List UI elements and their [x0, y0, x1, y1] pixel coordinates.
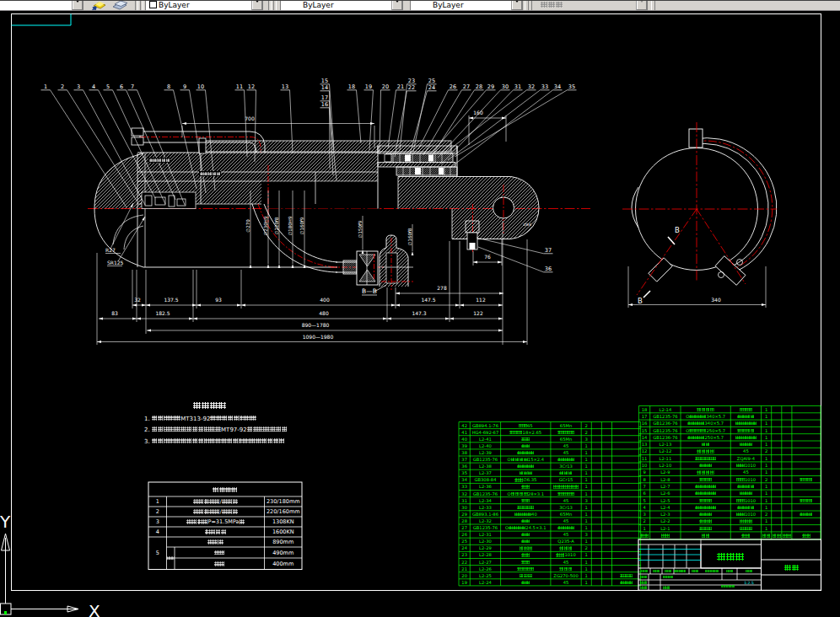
bom-cell: [501, 559, 551, 566]
toolbar-separator: [651, 0, 655, 11]
radius-dimension: SR125: [107, 260, 124, 266]
technical-requirements: 1. MT313-922. MT97-923.: [144, 401, 330, 445]
bom-cell: 29: [459, 511, 470, 518]
bom-cell: [551, 491, 581, 497]
bom-cell: 65: [501, 422, 551, 429]
bom-cell: L2-14: [650, 406, 681, 413]
bom-cell: [681, 504, 730, 511]
bom-cell: 1: [762, 455, 772, 462]
callout-number: 31: [514, 83, 521, 90]
callout-number: 1: [44, 83, 47, 90]
bom-cell: [601, 524, 611, 531]
bom-cell: [681, 483, 730, 490]
bom-cell: 45: [730, 469, 761, 475]
bom-cell: GB893.1-86: [470, 511, 500, 518]
plotstyle-control-combo[interactable]: [531, 0, 648, 11]
bom-cell: [501, 545, 551, 551]
bom-cell: [782, 476, 792, 483]
bom-cell: [772, 525, 782, 532]
bom-cell: 1: [581, 443, 591, 449]
callout-number: 21: [397, 83, 404, 90]
bom-cell: 1010: [730, 496, 761, 503]
callout-number: 11: [236, 83, 243, 90]
bom-cell: [612, 545, 641, 551]
ucs-y-label: Y: [0, 512, 11, 532]
bom-cell: 1: [581, 518, 591, 524]
tech-table-cell: 230/180mm: [265, 496, 303, 507]
bom-cell: [612, 456, 641, 463]
callout-number: 15: [321, 78, 328, 84]
bom-cell: 65Mn: [551, 422, 581, 429]
bom-cell: [551, 469, 581, 476]
bom-cell: L2-13: [650, 441, 681, 448]
bom-cell: [792, 420, 821, 427]
color-control-combo[interactable]: ByLayer: [145, 0, 263, 11]
make-object-layer-current-button[interactable]: [87, 0, 109, 11]
bom-cell: 31: [459, 497, 470, 504]
tech-table-cell: 3: [148, 517, 167, 527]
bom-cell: [501, 538, 551, 545]
bom-cell: [681, 490, 730, 496]
bom-header-cell: [638, 532, 649, 539]
bom-cell: [792, 406, 821, 413]
bom-cell: 1010: [730, 462, 761, 469]
tech-table-title: [148, 482, 302, 496]
bom-cell: [730, 427, 761, 433]
lineweight-combo-dropdown-icon[interactable]: [511, 0, 522, 10]
bom-cell: 36: [459, 463, 470, 469]
ucs-icon: Y X: [0, 512, 100, 617]
top-lug: [689, 129, 703, 148]
bom-cell: [601, 497, 611, 504]
bom-cell: 45: [551, 518, 581, 524]
bom-cell: [601, 518, 611, 524]
bom-cell: 39: [459, 443, 470, 449]
bom-cell: 5: [638, 496, 649, 503]
bom-cell: 13: [638, 441, 649, 448]
linetype-control-combo[interactable]: ByLayer: [280, 0, 403, 11]
callout-number: 30: [502, 83, 509, 90]
bom-cell: [601, 559, 611, 566]
linetype-combo-dropdown-icon[interactable]: [391, 0, 402, 10]
layer-combo-dropdown-icon[interactable]: [72, 0, 83, 10]
bom-cell: L2-38: [470, 463, 500, 469]
bom-cell: 9: [638, 469, 649, 475]
bom-cell: L2-24: [470, 579, 500, 586]
bom-cell: 45: [551, 443, 581, 449]
sheet-count: [703, 583, 753, 589]
bom-cell: [612, 422, 641, 429]
bom-cell: [591, 429, 601, 436]
plotstyle-combo-dropdown-icon[interactable]: [636, 0, 647, 10]
tech-table-cell: [167, 537, 265, 547]
view-label: B: [638, 297, 643, 305]
callout-number: 2: [61, 83, 64, 90]
bom-cell: [591, 491, 601, 497]
bom-cell: [612, 483, 641, 490]
bom-cell: GB894.1-76: [470, 422, 500, 429]
layer-previous-button[interactable]: [109, 0, 131, 11]
bom-cell: [792, 413, 821, 420]
callout-number: 32: [528, 83, 535, 90]
plotstyle-combo-value: [541, 1, 563, 9]
bom-header-cell: [681, 532, 730, 539]
color-combo-dropdown-icon[interactable]: [251, 0, 262, 10]
circular-end-view[interactable]: [622, 122, 777, 298]
view-label: B: [675, 226, 680, 234]
dimension-value: 182.5: [155, 310, 170, 316]
layer-control-combo[interactable]: [0, 0, 83, 11]
bom-cell: 22: [459, 559, 470, 566]
bom-cell: [601, 572, 611, 579]
bom-cell: [591, 422, 601, 429]
bom-header-cell: [772, 532, 782, 539]
bom-cell: [601, 476, 611, 483]
bom-cell: [612, 579, 641, 586]
bom-cell: ZQAl9-4: [730, 455, 761, 462]
bom-cell: [681, 462, 730, 469]
bom-cell: [501, 518, 551, 524]
bom-cell: 45: [551, 449, 581, 456]
lineweight-control-combo[interactable]: ByLayer: [410, 0, 523, 11]
cad-application-window: ByLayer ByLayer ByLayer: [0, 0, 840, 617]
bom-cell: 1: [581, 476, 591, 483]
bom-cell: [612, 476, 641, 483]
bom-cell: [772, 448, 782, 454]
bom-cell: 40: [459, 436, 470, 443]
